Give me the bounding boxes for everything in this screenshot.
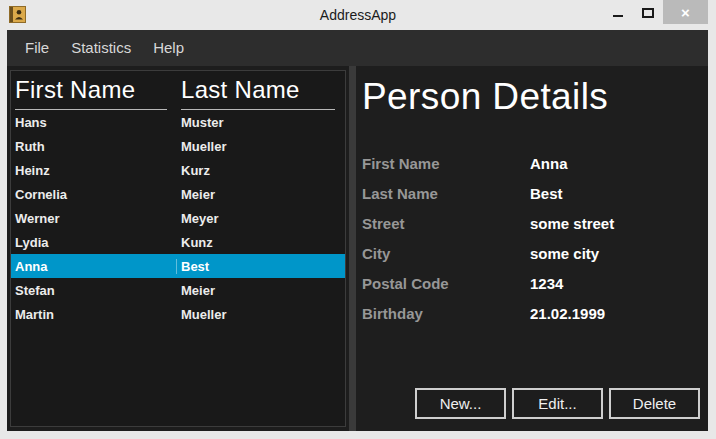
menu-item-statistics[interactable]: Statistics bbox=[60, 30, 142, 66]
column-header-label: Last Name bbox=[181, 76, 300, 103]
minimize-icon bbox=[613, 15, 623, 17]
table-body: HansMusterRuthMuellerHeinzKurzCorneliaMe… bbox=[11, 110, 345, 426]
cell-last-name: Muster bbox=[177, 115, 345, 130]
cell-first-name: Lydia bbox=[11, 235, 177, 250]
action-button-bar: New...Edit...Delete bbox=[409, 388, 700, 419]
cell-first-name: Stefan bbox=[11, 283, 177, 298]
field-value: Best bbox=[530, 185, 700, 202]
cell-first-name: Hans bbox=[11, 115, 177, 130]
field-label: Street bbox=[362, 215, 530, 232]
window-controls: × bbox=[603, 0, 708, 24]
table-row[interactable]: CorneliaMeier bbox=[11, 182, 345, 206]
field-value: 1234 bbox=[530, 275, 700, 292]
cell-last-name: Meyer bbox=[177, 211, 345, 226]
maximize-icon bbox=[642, 8, 654, 18]
cell-first-name: Martin bbox=[11, 307, 177, 322]
field-value: some street bbox=[530, 215, 700, 232]
split-divider[interactable] bbox=[349, 66, 356, 431]
table-row[interactable]: HeinzKurz bbox=[11, 158, 345, 182]
titlebar[interactable]: AddressApp × bbox=[0, 0, 716, 30]
field-label: Birthday bbox=[362, 305, 530, 322]
field-value: Anna bbox=[530, 155, 700, 172]
details-title: Person Details bbox=[362, 74, 700, 120]
cell-first-name: Heinz bbox=[11, 163, 177, 178]
table-row[interactable]: WernerMeyer bbox=[11, 206, 345, 230]
field-label: City bbox=[362, 245, 530, 262]
person-details-pane: Person Details First NameAnnaLast NameBe… bbox=[356, 66, 708, 431]
cell-first-name: Ruth bbox=[11, 139, 177, 154]
table-row[interactable]: MartinMueller bbox=[11, 302, 345, 326]
cell-last-name: Meier bbox=[177, 187, 345, 202]
delete-button[interactable]: Delete bbox=[609, 388, 700, 419]
detail-field-row: Citysome city bbox=[362, 238, 700, 268]
details-fields: First NameAnnaLast NameBestStreetsome st… bbox=[362, 148, 700, 328]
app-window: AddressApp × FileStatisticsHelp First Na… bbox=[0, 0, 716, 439]
menu-item-help[interactable]: Help bbox=[142, 30, 195, 66]
table-row-selected[interactable]: AnnaBest bbox=[11, 254, 345, 278]
field-label: Last Name bbox=[362, 185, 530, 202]
cell-last-name: Mueller bbox=[177, 139, 345, 154]
field-value: 21.02.1999 bbox=[530, 305, 700, 322]
cell-first-name: Werner bbox=[11, 211, 177, 226]
cell-first-name: Anna bbox=[11, 259, 177, 274]
detail-field-row: Postal Code1234 bbox=[362, 268, 700, 298]
table-row[interactable]: StefanMeier bbox=[11, 278, 345, 302]
cell-last-name: Kunz bbox=[177, 235, 345, 250]
table-header: First Name Last Name bbox=[11, 71, 345, 110]
split-pane: First Name Last Name HansMusterRuthMuell… bbox=[7, 66, 708, 431]
detail-field-row: Birthday21.02.1999 bbox=[362, 298, 700, 328]
field-label: Postal Code bbox=[362, 275, 530, 292]
menubar: FileStatisticsHelp bbox=[7, 30, 708, 66]
column-header-first-name[interactable]: First Name bbox=[11, 71, 177, 110]
person-table-pane: First Name Last Name HansMusterRuthMuell… bbox=[7, 66, 349, 431]
close-icon: × bbox=[681, 4, 690, 21]
detail-field-row: Streetsome street bbox=[362, 208, 700, 238]
detail-field-row: First NameAnna bbox=[362, 148, 700, 178]
table-row[interactable]: RuthMueller bbox=[11, 134, 345, 158]
field-label: First Name bbox=[362, 155, 530, 172]
close-button[interactable]: × bbox=[663, 0, 708, 24]
cell-last-name: Mueller bbox=[177, 307, 345, 322]
cell-last-name: Best bbox=[177, 259, 345, 274]
new-button[interactable]: New... bbox=[415, 388, 506, 419]
cell-last-name: Meier bbox=[177, 283, 345, 298]
minimize-button[interactable] bbox=[603, 0, 633, 24]
menu-item-file[interactable]: File bbox=[14, 30, 60, 66]
column-header-last-name[interactable]: Last Name bbox=[177, 71, 345, 110]
table-row[interactable]: HansMuster bbox=[11, 110, 345, 134]
client-area: FileStatisticsHelp First Name Last Name bbox=[7, 30, 708, 431]
cell-first-name: Cornelia bbox=[11, 187, 177, 202]
person-table: First Name Last Name HansMusterRuthMuell… bbox=[10, 70, 346, 427]
cell-last-name: Kurz bbox=[177, 163, 345, 178]
table-row[interactable]: LydiaKunz bbox=[11, 230, 345, 254]
maximize-button[interactable] bbox=[633, 0, 663, 24]
edit-button[interactable]: Edit... bbox=[512, 388, 603, 419]
field-value: some city bbox=[530, 245, 700, 262]
detail-field-row: Last NameBest bbox=[362, 178, 700, 208]
column-header-label: First Name bbox=[15, 76, 135, 103]
